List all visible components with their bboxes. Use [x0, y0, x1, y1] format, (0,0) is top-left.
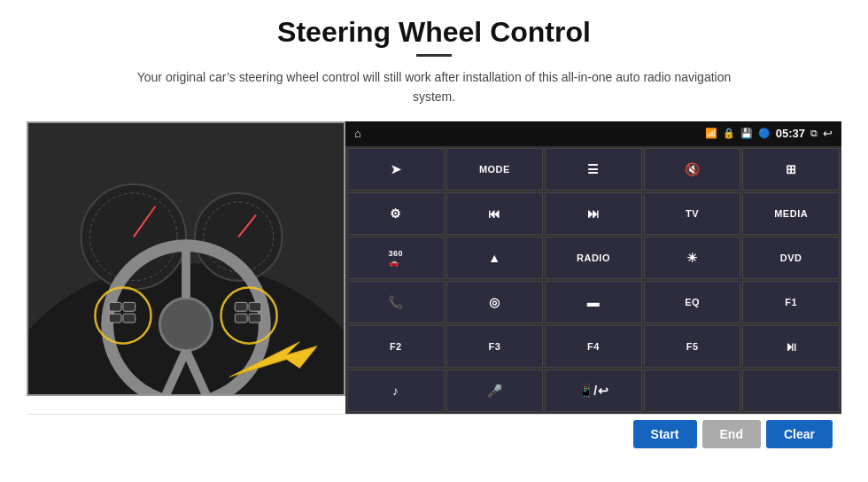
- btn-mic[interactable]: 🎤: [446, 369, 544, 412]
- btn-f1[interactable]: F1: [742, 281, 840, 323]
- btn-360[interactable]: 360🚗: [347, 237, 445, 279]
- sd-icon: 💾: [740, 128, 753, 139]
- page-title: Steering Wheel Control: [277, 16, 591, 49]
- lock-icon: 🔒: [723, 128, 735, 139]
- btn-media[interactable]: MEDIA: [742, 192, 840, 235]
- title-divider: [416, 54, 452, 57]
- svg-rect-21: [249, 302, 261, 311]
- btn-playpause[interactable]: ⏯: [742, 325, 840, 368]
- btn-mute[interactable]: 🔇: [644, 148, 741, 190]
- btn-brightness[interactable]: ☀: [644, 237, 741, 279]
- status-bar: ⌂ 📶 🔒 💾 🔵 05:37 ⧉ ↩: [345, 121, 841, 146]
- svg-rect-19: [235, 302, 247, 311]
- btn-music[interactable]: ♪: [347, 369, 445, 412]
- btn-dash[interactable]: ▬: [545, 281, 642, 323]
- svg-rect-18: [123, 314, 136, 323]
- btn-list[interactable]: ☰: [545, 148, 642, 190]
- end-button[interactable]: End: [702, 420, 761, 448]
- clear-button[interactable]: Clear: [766, 420, 833, 448]
- svg-point-9: [159, 298, 212, 350]
- steering-wheel-svg: [28, 123, 344, 394]
- content-row: ⌂ 📶 🔒 💾 🔵 05:37 ⧉ ↩ ➤ MODE ☰ 🔇: [27, 121, 841, 414]
- btn-settings[interactable]: ⚙: [347, 192, 445, 235]
- btn-apps[interactable]: ⊞: [742, 148, 840, 190]
- bluetooth-icon: 🔵: [758, 128, 771, 139]
- btn-eject[interactable]: ▲: [446, 237, 544, 279]
- status-right: 📶 🔒 💾 🔵 05:37 ⧉ ↩: [705, 127, 833, 140]
- page-subtitle: Your original car’s steering wheel contr…: [124, 67, 744, 107]
- page-container: Steering Wheel Control Your original car…: [0, 0, 868, 482]
- time-display: 05:37: [776, 127, 805, 140]
- btn-f5[interactable]: F5: [644, 325, 741, 368]
- wifi-icon: 📶: [705, 128, 717, 139]
- btn-mode[interactable]: MODE: [446, 148, 544, 190]
- svg-rect-22: [249, 314, 261, 323]
- btn-map[interactable]: ◎: [446, 281, 544, 323]
- control-panel: ⌂ 📶 🔒 💾 🔵 05:37 ⧉ ↩ ➤ MODE ☰ 🔇: [345, 121, 841, 414]
- steering-wheel-image: [27, 121, 345, 396]
- btn-radio[interactable]: RADIO: [545, 237, 642, 279]
- status-left: ⌂: [354, 127, 361, 140]
- svg-rect-17: [123, 302, 136, 311]
- svg-rect-16: [109, 314, 121, 323]
- btn-f3[interactable]: F3: [446, 325, 544, 368]
- btn-call[interactable]: 📱/↩: [545, 369, 642, 412]
- button-grid: ➤ MODE ☰ 🔇 ⊞ ⚙ ⏮ ⏭ TV MEDIA 360🚗 ▲ RADIO…: [345, 146, 841, 414]
- bottom-bar: Start End Clear: [27, 414, 841, 455]
- btn-next[interactable]: ⏭: [545, 192, 642, 235]
- svg-rect-20: [235, 314, 247, 323]
- btn-f2[interactable]: F2: [347, 325, 445, 368]
- back-icon[interactable]: ↩: [823, 127, 833, 140]
- btn-tv[interactable]: TV: [644, 192, 741, 235]
- home-icon[interactable]: ⌂: [354, 127, 361, 140]
- btn-phone[interactable]: 📞: [347, 281, 445, 323]
- btn-dvd[interactable]: DVD: [742, 237, 840, 279]
- btn-empty-1: [644, 369, 741, 412]
- btn-eq[interactable]: EQ: [644, 281, 741, 323]
- mirror-icon: ⧉: [810, 128, 818, 139]
- btn-prev[interactable]: ⏮: [446, 192, 544, 235]
- btn-f4[interactable]: F4: [545, 325, 642, 368]
- start-button[interactable]: Start: [633, 420, 697, 448]
- svg-rect-15: [109, 302, 121, 311]
- btn-empty-2: [742, 369, 840, 412]
- btn-navigate[interactable]: ➤: [347, 148, 445, 190]
